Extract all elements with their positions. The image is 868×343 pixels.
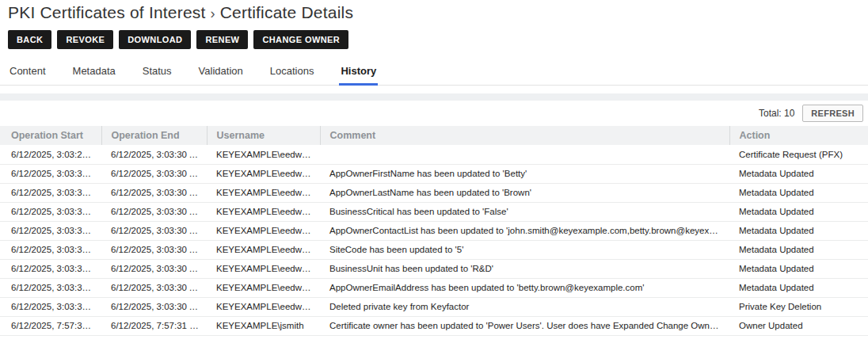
cell-comment: Certificate owner has been updated to 'P… xyxy=(320,316,729,335)
cell-action: Metadata Updated xyxy=(729,240,868,259)
cell-comment: BusinessUnit has been updated to 'R&D' xyxy=(320,259,729,278)
cell-comment: Deleted private key from Keyfactor xyxy=(320,297,729,316)
cell-operation-end: 6/12/2025, 3:03:30 AM xyxy=(101,240,207,259)
table-row[interactable]: 6/12/2025, 3:03:30 AM 6/12/2025, 3:03:30… xyxy=(0,183,868,202)
cell-comment: AppOwnerFirstName has been updated to 'B… xyxy=(320,164,729,183)
download-button[interactable]: DOWNLOAD xyxy=(119,30,191,49)
cell-comment xyxy=(320,145,729,164)
refresh-button[interactable]: REFRESH xyxy=(802,105,863,122)
table-row[interactable]: 6/12/2025, 3:03:30 AM 6/12/2025, 3:03:30… xyxy=(0,259,868,278)
cell-operation-start: 6/12/2025, 3:03:30 AM xyxy=(0,221,101,240)
breadcrumb-separator-icon: › xyxy=(206,6,220,21)
cell-username: KEYEXAMPLE\eedwards xyxy=(207,145,320,164)
history-table-header: Operation Start Operation End Username C… xyxy=(0,126,868,145)
table-row[interactable]: 6/12/2025, 3:03:30 AM 6/12/2025, 3:03:30… xyxy=(0,221,868,240)
tab-content[interactable]: Content xyxy=(8,60,48,85)
history-table-body: 6/12/2025, 3:03:29 AM 6/12/2025, 3:03:30… xyxy=(0,145,868,335)
cell-operation-start: 6/12/2025, 3:03:30 AM xyxy=(0,240,101,259)
cell-username: KEYEXAMPLE\eedwards xyxy=(207,240,320,259)
change-owner-button[interactable]: CHANGE OWNER xyxy=(253,30,348,49)
cell-operation-end: 6/12/2025, 3:03:30 AM xyxy=(101,278,207,297)
cell-action: Metadata Updated xyxy=(729,202,868,221)
page-title: PKI Certificates of Interest›Certificate… xyxy=(8,3,860,22)
cell-comment: AppOwnerEmailAddress has been updated to… xyxy=(320,278,729,297)
cell-operation-end: 6/12/2025, 3:03:30 AM xyxy=(101,297,207,316)
history-table: Operation Start Operation End Username C… xyxy=(0,126,868,336)
cell-operation-start: 6/12/2025, 3:03:30 AM xyxy=(0,202,101,221)
cell-action: Metadata Updated xyxy=(729,221,868,240)
cell-username: KEYEXAMPLE\eedwards xyxy=(207,183,320,202)
cell-comment: BusinessCritical has been updated to 'Fa… xyxy=(320,202,729,221)
cell-operation-start: 6/12/2025, 7:57:31 PM xyxy=(0,316,101,335)
cell-action: Metadata Updated xyxy=(729,164,868,183)
action-toolbar: BACK REVOKE DOWNLOAD RENEW CHANGE OWNER xyxy=(0,22,868,49)
cell-username: KEYEXAMPLE\eedwards xyxy=(207,259,320,278)
table-row[interactable]: 6/12/2025, 3:03:29 AM 6/12/2025, 3:03:30… xyxy=(0,145,868,164)
table-row[interactable]: 6/12/2025, 3:03:30 AM 6/12/2025, 3:03:30… xyxy=(0,202,868,221)
cell-username: KEYEXAMPLE\eedwards xyxy=(207,164,320,183)
table-row[interactable]: 6/12/2025, 3:03:30 AM 6/12/2025, 3:03:30… xyxy=(0,297,868,316)
page-header: PKI Certificates of Interest›Certificate… xyxy=(0,0,868,22)
total-count-label: Total: 10 xyxy=(759,108,794,119)
cell-action: Certificate Request (PFX) xyxy=(729,145,868,164)
cell-comment: AppOwnerContactList has been updated to … xyxy=(320,221,729,240)
cell-operation-end: 6/12/2025, 3:03:30 AM xyxy=(101,145,207,164)
cell-operation-start: 6/12/2025, 3:03:30 AM xyxy=(0,183,101,202)
tab-history[interactable]: History xyxy=(339,60,378,85)
breadcrumb-secondary: Certificate Details xyxy=(220,3,353,21)
grid-top-bar xyxy=(0,93,868,101)
tab-status[interactable]: Status xyxy=(141,60,173,85)
tab-validation[interactable]: Validation xyxy=(197,60,245,85)
cell-action: Metadata Updated xyxy=(729,278,868,297)
column-header-operation-end[interactable]: Operation End xyxy=(101,126,207,145)
table-row[interactable]: 6/12/2025, 7:57:31 PM 6/12/2025, 7:57:31… xyxy=(0,316,868,335)
cell-operation-end: 6/12/2025, 3:03:30 AM xyxy=(101,164,207,183)
cell-operation-start: 6/12/2025, 3:03:29 AM xyxy=(0,145,101,164)
cell-action: Private Key Deletion xyxy=(729,297,868,316)
column-header-operation-start[interactable]: Operation Start xyxy=(0,126,101,145)
cell-action: Metadata Updated xyxy=(729,259,868,278)
cell-operation-end: 6/12/2025, 7:57:31 PM xyxy=(101,316,207,335)
cell-operation-end: 6/12/2025, 3:03:30 AM xyxy=(101,221,207,240)
column-header-username[interactable]: Username xyxy=(207,126,320,145)
renew-button[interactable]: RENEW xyxy=(196,30,248,49)
cell-operation-end: 6/12/2025, 3:03:30 AM xyxy=(101,259,207,278)
column-header-comment[interactable]: Comment xyxy=(320,126,729,145)
column-header-action[interactable]: Action xyxy=(729,126,868,145)
grid-controls: Total: 10 REFRESH xyxy=(0,103,868,124)
cell-action: Owner Updated xyxy=(729,316,868,335)
cell-operation-start: 6/12/2025, 3:03:30 AM xyxy=(0,164,101,183)
cell-username: KEYEXAMPLE\eedwards xyxy=(207,221,320,240)
cell-operation-start: 6/12/2025, 3:03:30 AM xyxy=(0,278,101,297)
table-row[interactable]: 6/12/2025, 3:03:30 AM 6/12/2025, 3:03:30… xyxy=(0,164,868,183)
cell-comment: SiteCode has been updated to '5' xyxy=(320,240,729,259)
revoke-button[interactable]: REVOKE xyxy=(57,30,113,49)
detail-tabs: Content Metadata Status Validation Locat… xyxy=(0,60,868,86)
table-row[interactable]: 6/12/2025, 3:03:30 AM 6/12/2025, 3:03:30… xyxy=(0,278,868,297)
cell-username: KEYEXAMPLE\eedwards xyxy=(207,297,320,316)
cell-operation-end: 6/12/2025, 3:03:30 AM xyxy=(101,202,207,221)
cell-operation-start: 6/12/2025, 3:03:30 AM xyxy=(0,259,101,278)
cell-action: Metadata Updated xyxy=(729,183,868,202)
tab-locations[interactable]: Locations xyxy=(268,60,316,85)
cell-username: KEYEXAMPLE\jsmith xyxy=(207,316,320,335)
back-button[interactable]: BACK xyxy=(8,30,51,49)
cell-operation-start: 6/12/2025, 3:03:30 AM xyxy=(0,297,101,316)
tab-metadata[interactable]: Metadata xyxy=(71,60,117,85)
cell-operation-end: 6/12/2025, 3:03:30 AM xyxy=(101,183,207,202)
table-row[interactable]: 6/12/2025, 3:03:30 AM 6/12/2025, 3:03:30… xyxy=(0,240,868,259)
cell-username: KEYEXAMPLE\eedwards xyxy=(207,202,320,221)
cell-comment: AppOwnerLastName has been updated to 'Br… xyxy=(320,183,729,202)
cell-username: KEYEXAMPLE\eedwards xyxy=(207,278,320,297)
breadcrumb-primary: PKI Certificates of Interest xyxy=(8,3,206,21)
